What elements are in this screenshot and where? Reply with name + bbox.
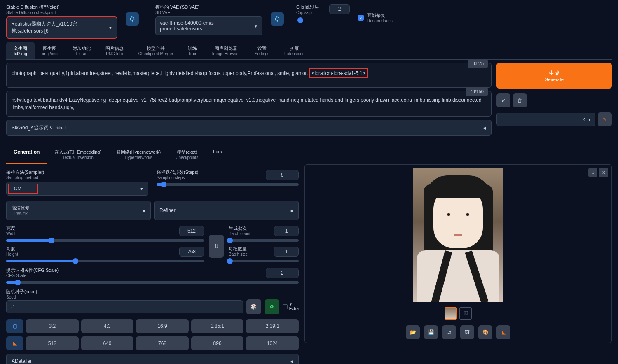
checkpoint-refresh-button[interactable] xyxy=(126,12,139,26)
palette-icon: 🎨 xyxy=(482,329,489,335)
height-slider[interactable] xyxy=(6,260,204,262)
seed-input[interactable] xyxy=(6,300,243,313)
ratio-3-2[interactable]: 3:2 xyxy=(26,319,79,333)
chevron-down-icon: ▼ xyxy=(108,26,112,30)
prompt-textarea[interactable]: 33/75 photograph, best quality,1girl,abs… xyxy=(6,63,492,88)
pencil-icon: ✎ xyxy=(603,117,607,122)
generate-button[interactable]: 生成 Generate xyxy=(496,63,612,89)
tab-txt2img[interactable]: 文生图txt2img xyxy=(6,42,35,59)
swap-dimensions-button[interactable]: ⇅ xyxy=(209,235,224,258)
tab-img2img[interactable]: 图生图img2img xyxy=(35,42,65,59)
output-gallery: ⤓ ✕ 🖼 📂 💾 xyxy=(304,164,612,343)
open-folder-button[interactable]: 📂 xyxy=(406,325,420,339)
tab-merger[interactable]: 模型合并Checkpoint Merger xyxy=(131,42,180,59)
tab-pnginfo[interactable]: 图片信息PNG Info xyxy=(98,42,131,59)
size-512[interactable]: 512 xyxy=(26,336,79,350)
width-value[interactable]: 512 xyxy=(179,226,204,236)
ratio-185-1[interactable]: 1.85:1 xyxy=(191,319,244,333)
batch-size-slider[interactable] xyxy=(229,260,299,262)
clip-skip-value[interactable]: 2 xyxy=(329,4,350,14)
triangle-left-icon: ◀ xyxy=(290,208,293,213)
save-icon: 💾 xyxy=(428,329,434,335)
triangle-left-icon: ◀ xyxy=(290,359,293,364)
size-896[interactable]: 896 xyxy=(191,336,244,350)
trash-button[interactable]: 🗑 xyxy=(513,93,527,107)
tab-extras[interactable]: 附加功能Extras xyxy=(65,42,98,59)
batch-count-slider[interactable] xyxy=(229,239,299,242)
zip-button[interactable]: 🗂 xyxy=(442,325,456,339)
batch-count-value[interactable]: 1 xyxy=(274,226,299,236)
restore-faces-checkbox[interactable]: ✓ xyxy=(358,15,364,21)
send-inpaint-button[interactable]: 🎨 xyxy=(478,325,492,339)
subtab-generation[interactable]: Generation xyxy=(6,145,47,164)
arrow-icon: ↙ xyxy=(501,98,506,103)
refiner-accordion[interactable]: Refiner ◀ xyxy=(154,201,299,220)
sampler-value: LCM xyxy=(8,184,38,194)
cfg-slider[interactable] xyxy=(6,281,299,284)
vae-refresh-button[interactable] xyxy=(271,12,284,26)
height-value[interactable]: 768 xyxy=(179,247,204,257)
image-icon: 🖼 xyxy=(465,329,470,335)
checkpoint-dropdown[interactable]: Realistic\墨幽人造人_v1010完整.safetensors [6 ▼ xyxy=(6,16,117,39)
edit-styles-button[interactable]: ✎ xyxy=(598,112,612,126)
random-seed-button[interactable]: 🎲 xyxy=(246,299,261,314)
ratio-4-3[interactable]: 4:3 xyxy=(81,319,134,333)
tab-extensions[interactable]: 扩展Extensions xyxy=(277,42,312,59)
styles-dropdown[interactable]: × ▼ xyxy=(496,113,595,126)
ratio-239-1[interactable]: 2.39:1 xyxy=(246,319,299,333)
adetailer-accordion[interactable]: ADetailer ◀ xyxy=(6,354,299,364)
sampler-label-cn: 采样方法(Sampler) xyxy=(6,169,148,175)
close-image-button[interactable]: ✕ xyxy=(599,168,608,177)
reuse-seed-button[interactable]: ♻ xyxy=(265,299,279,314)
subtab-checkpoints[interactable]: 模型(ckpt)Checkpoints xyxy=(168,145,206,164)
steps-label-en: Sampling steps xyxy=(157,175,198,180)
vae-dropdown[interactable]: vae-ft-mse-840000-ema-pruned.safetensors… xyxy=(155,16,262,35)
ratio-16-9[interactable]: 16:9 xyxy=(136,319,189,333)
main-tabs: 文生图txt2img 图生图img2img 附加功能Extras 图片信息PNG… xyxy=(6,42,612,60)
checkpoint-label-cn: Stable Diffusion 模型(ckpt) xyxy=(6,4,117,10)
size-768[interactable]: 768 xyxy=(136,336,189,350)
chevron-down-icon: ▼ xyxy=(254,24,258,28)
trash-icon: 🗑 xyxy=(517,98,522,103)
size-640[interactable]: 640 xyxy=(81,336,134,350)
send-img2img-button[interactable]: 🖼 xyxy=(460,325,474,339)
gallery-thumb-1[interactable] xyxy=(445,307,457,320)
prompt-counter: 33/75 xyxy=(468,59,488,68)
refresh-icon xyxy=(274,16,281,22)
tab-train[interactable]: 训练Train xyxy=(180,42,204,59)
aspect-lock-button[interactable]: ▢ xyxy=(6,319,23,333)
cfg-value[interactable]: 2 xyxy=(266,268,299,278)
triangle-left-icon: ◀ xyxy=(483,126,486,130)
subtab-lora[interactable]: Lora xyxy=(206,145,229,164)
save-button[interactable]: 💾 xyxy=(424,325,438,339)
negative-prompt-textarea[interactable]: 78/150 nsfw,logo,text,badhandv4,EasyNega… xyxy=(6,91,492,117)
subtab-ti[interactable]: 嵌入式(T.I. Embedding)Textual Inversion xyxy=(47,145,109,164)
chevron-down-icon: ▼ xyxy=(140,187,144,191)
size-1024[interactable]: 1024 xyxy=(246,336,299,350)
image-placeholder-icon: 🖼 xyxy=(460,308,471,319)
clip-label-en: Clip skip xyxy=(296,10,319,15)
steps-label-cn: 采样迭代步数(Steps) xyxy=(157,169,198,175)
size-triangle-button[interactable]: ◣ xyxy=(6,336,23,350)
download-image-button[interactable]: ⤓ xyxy=(588,168,597,177)
arrow-in-button[interactable]: ↙ xyxy=(496,93,510,107)
output-image[interactable] xyxy=(413,168,503,302)
steps-value[interactable]: 8 xyxy=(266,170,299,180)
hires-fix-accordion[interactable]: 高清修复Hires. fix ◀ xyxy=(6,201,151,220)
dice-icon: 🎲 xyxy=(250,304,257,310)
steps-slider[interactable] xyxy=(157,183,299,186)
gallery-thumb-2[interactable]: 🖼 xyxy=(459,307,472,320)
sixgod-accordion[interactable]: SixGod_K提示词 v1.65.1 ◀ xyxy=(6,120,492,136)
subtab-hypernet[interactable]: 超网络(Hypernetwork)Hypernetworks xyxy=(109,145,168,164)
tab-imgbrowser[interactable]: 图库浏览器Image Browser xyxy=(205,42,247,59)
sampler-dropdown[interactable]: LCM ▼ xyxy=(6,182,148,196)
triangle-icon: ◣ xyxy=(13,341,17,346)
vae-label-en: SD VAE xyxy=(155,10,262,15)
tab-settings[interactable]: 设置Settings xyxy=(247,42,277,59)
seed-extra-checkbox[interactable]: ▼Extra xyxy=(283,303,299,311)
restore-label-en: Restore faces xyxy=(367,19,393,23)
batch-size-value[interactable]: 1 xyxy=(274,247,299,257)
send-extras-button[interactable]: ◣ xyxy=(496,325,510,339)
checkpoint-value: Realistic\墨幽人造人_v1010完整.safetensors [6 xyxy=(11,21,108,35)
width-slider[interactable] xyxy=(6,239,204,242)
